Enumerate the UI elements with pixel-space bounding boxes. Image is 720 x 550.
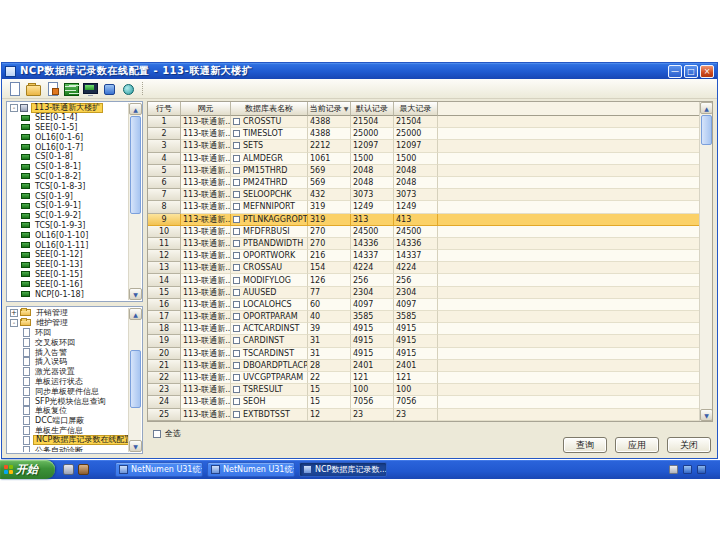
column-header[interactable]: 默认记录	[351, 102, 394, 116]
row-checkbox[interactable]	[233, 228, 240, 235]
row-number-cell[interactable]: 14	[148, 274, 181, 286]
row-number-cell[interactable]: 23	[148, 384, 181, 396]
tree-node[interactable]: 单板生产信息	[8, 426, 128, 436]
table-row[interactable]: 6113-联通新...PM24THRD56920482048	[148, 177, 699, 189]
row-number-cell[interactable]: 12	[148, 250, 181, 262]
select-all-checkbox[interactable]	[153, 430, 161, 438]
row-number-cell[interactable]: 7	[148, 189, 181, 201]
tree-node[interactable]: CS[0-1-9-1]	[8, 201, 128, 211]
scroll-down-icon[interactable]: ▼	[129, 440, 142, 452]
settings-icon[interactable]	[119, 80, 137, 97]
row-number-cell[interactable]: 22	[148, 372, 181, 384]
table-row[interactable]: 1113-联通新...CROSSTU43882150421504	[148, 116, 699, 128]
row-checkbox[interactable]	[233, 130, 240, 137]
scroll-up-icon[interactable]: ▲	[129, 308, 142, 320]
tree-node[interactable]: OL16[0-1-6]	[8, 132, 128, 142]
table-row[interactable]: 14113-联通新...MODIFYLOG126256256	[148, 274, 699, 286]
row-checkbox[interactable]	[233, 167, 240, 174]
row-number-cell[interactable]: 13	[148, 262, 181, 274]
row-checkbox[interactable]	[233, 374, 240, 381]
row-checkbox[interactable]	[233, 142, 240, 149]
tree-node[interactable]: SEE[0-1-4]	[8, 113, 128, 123]
tray-app-icon[interactable]	[697, 465, 706, 474]
row-number-cell[interactable]: 21	[148, 360, 181, 372]
tree-node[interactable]: CS[0-1-8-1]	[8, 162, 128, 172]
table-row[interactable]: 25113-联通新...EXTBDTSST122323	[148, 409, 699, 421]
tray-network-icon[interactable]	[683, 465, 692, 474]
table-row[interactable]: 24113-联通新...SEOH1570567056	[148, 396, 699, 408]
row-number-cell[interactable]: 8	[148, 201, 181, 213]
row-number-cell[interactable]: 18	[148, 323, 181, 335]
scrollbar-thumb[interactable]	[130, 350, 141, 408]
tree-node-root-ne[interactable]: -113-联通新大楼扩	[8, 103, 128, 113]
report-icon[interactable]	[43, 80, 61, 97]
table-scrollbar[interactable]: ▲ ▼	[699, 102, 712, 421]
row-number-cell[interactable]: 4	[148, 153, 181, 165]
table-row[interactable]: 21113-联通新...DBOARDPTLACP2824012401	[148, 360, 699, 372]
scroll-up-icon[interactable]: ▲	[129, 103, 142, 115]
minimize-button[interactable]: —	[668, 65, 682, 78]
column-header[interactable]: 网元	[181, 102, 231, 116]
scroll-down-icon[interactable]: ▼	[700, 409, 713, 421]
table-row[interactable]: 16113-联通新...LOCALOHCS6040974097	[148, 299, 699, 311]
table-row[interactable]: 15113-联通新...AUUSED7723042304	[148, 287, 699, 299]
table-row[interactable]: 4113-联通新...ALMDEGR106115001500	[148, 153, 699, 165]
table-row[interactable]: 11113-联通新...PTBANDWIDTH2701433614336	[148, 238, 699, 250]
row-number-cell[interactable]: 24	[148, 396, 181, 408]
query-button[interactable]: 查询	[563, 437, 607, 453]
row-number-cell[interactable]: 19	[148, 335, 181, 347]
row-checkbox[interactable]	[233, 203, 240, 210]
row-checkbox[interactable]	[233, 277, 240, 284]
tree-node[interactable]: SEE[0-1-13]	[8, 260, 128, 270]
open-folder-icon[interactable]	[24, 80, 42, 97]
table-row[interactable]: 2113-联通新...TIMESLOT43882500025000	[148, 128, 699, 140]
tree-node[interactable]: SEE[0-1-15]	[8, 270, 128, 280]
row-number-cell[interactable]: 9	[148, 214, 181, 226]
start-button[interactable]: 开始	[0, 460, 55, 479]
tree-node[interactable]: TCS[0-1-8-3]	[8, 181, 128, 191]
row-checkbox[interactable]	[233, 313, 240, 320]
table-row[interactable]: 19113-联通新...CARDINST3149154915	[148, 335, 699, 347]
column-header[interactable]: 当前记录▼	[308, 102, 351, 116]
table-row[interactable]: 23113-联通新...TSRESULT15100100	[148, 384, 699, 396]
tree-node[interactable]: 公务自动诊断	[8, 445, 128, 452]
table-row[interactable]: 17113-联通新...OPORTPARAM4035853585	[148, 311, 699, 323]
taskbar-task-button[interactable]: NCP数据库记录数...	[299, 462, 387, 477]
row-checkbox[interactable]	[233, 337, 240, 344]
new-file-icon[interactable]	[5, 80, 23, 97]
row-number-cell[interactable]: 5	[148, 165, 181, 177]
row-checkbox[interactable]	[233, 301, 240, 308]
row-checkbox[interactable]	[233, 362, 240, 369]
taskbar-task-button[interactable]: NetNumen U31统一...	[115, 462, 203, 477]
scrollbar-thumb[interactable]	[701, 115, 712, 145]
close-dialog-button[interactable]: 关闭	[667, 437, 711, 453]
tree-node[interactable]: OL16[0-1-10]	[8, 230, 128, 240]
tray-status-icon[interactable]	[669, 465, 678, 474]
table-row[interactable]: 22113-联通新...UVCGPTPARAM22121121	[148, 372, 699, 384]
row-checkbox[interactable]	[233, 191, 240, 198]
row-checkbox[interactable]	[233, 264, 240, 271]
row-number-cell[interactable]: 10	[148, 226, 181, 238]
tree-node[interactable]: SEE[0-1-5]	[8, 123, 128, 133]
tree-section[interactable]: -维护管理	[8, 318, 128, 328]
column-header[interactable]: 数据库表名称	[231, 102, 308, 116]
table-row[interactable]: 18113-联通新...ACTCARDINST3949154915	[148, 323, 699, 335]
row-number-cell[interactable]: 11	[148, 238, 181, 250]
row-number-cell[interactable]: 1	[148, 116, 181, 128]
row-number-cell[interactable]: 3	[148, 140, 181, 152]
tree-node[interactable]: SEE[0-1-16]	[8, 279, 128, 289]
row-checkbox[interactable]	[233, 411, 240, 418]
taskbar-task-button[interactable]: NetNumen U31统一...	[207, 462, 295, 477]
tree-node[interactable]: OL16[0-1-7]	[8, 142, 128, 152]
row-checkbox[interactable]	[233, 252, 240, 259]
row-checkbox[interactable]	[233, 155, 240, 162]
chart-icon[interactable]	[100, 80, 118, 97]
collapse-toggle-icon[interactable]: -	[10, 104, 18, 112]
quicklaunch-desktop-icon[interactable]	[63, 464, 74, 475]
quicklaunch-app-icon[interactable]	[78, 464, 89, 475]
table-row[interactable]: 13113-联通新...CROSSAU15442244224	[148, 262, 699, 274]
column-header[interactable]: 最大记录	[394, 102, 438, 116]
row-checkbox[interactable]	[233, 325, 240, 332]
ne-tree-scrollbar[interactable]: ▲ ▼	[128, 103, 141, 300]
tree-node[interactable]: TCS[0-1-9-3]	[8, 221, 128, 231]
